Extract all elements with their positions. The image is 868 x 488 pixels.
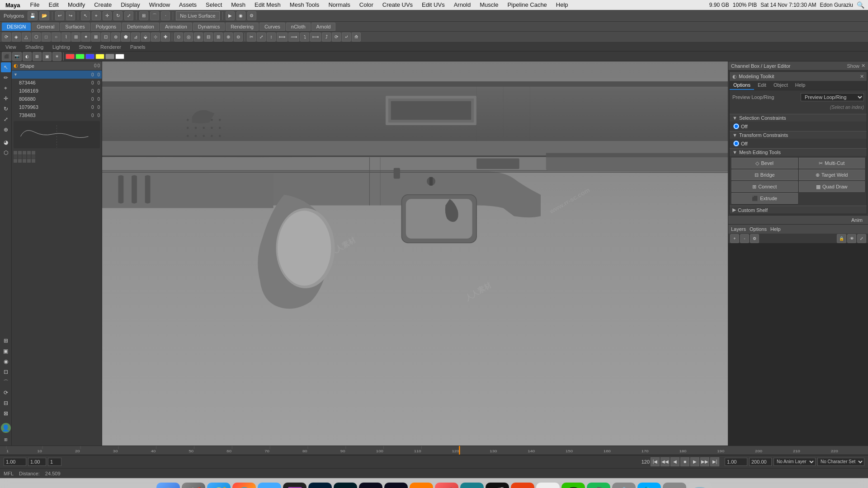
dock-music[interactable]: 🎵 (435, 483, 458, 488)
layer-vis-btn[interactable]: 👁 (847, 234, 856, 243)
toolkit-tab-help[interactable]: Help (792, 81, 809, 90)
selection-off-radio[interactable] (733, 123, 739, 129)
outliner-item-3[interactable]: 806880 0 0 (12, 95, 102, 103)
dock-mail[interactable]: ✉️ (258, 483, 281, 488)
outliner-item-2[interactable]: 1068169 0 0 (12, 87, 102, 95)
lasso-btn[interactable]: ⌖ (92, 11, 101, 20)
tool-8[interactable]: ⊞ (71, 33, 80, 42)
rotate-btn[interactable]: ↻ (113, 11, 123, 20)
view-tab-view[interactable]: View (2, 44, 20, 50)
menu-mesh-tools[interactable]: Mesh Tools (285, 0, 324, 10)
toolkit-tab-options[interactable]: Options (730, 81, 754, 90)
current-start-field[interactable] (28, 458, 46, 466)
extrude-btn[interactable]: ⬛ Extrude (731, 193, 798, 204)
snap-point-btn[interactable]: · (161, 11, 170, 20)
tool-snap[interactable]: ⊞ (1, 336, 11, 346)
dock-pr[interactable]: Pr (384, 483, 408, 488)
tool-4[interactable]: ⬡ (32, 33, 41, 42)
tool-view[interactable]: ◉ (1, 357, 11, 366)
menu-mesh[interactable]: Mesh (226, 0, 250, 10)
vp-color4[interactable] (95, 54, 104, 59)
range-start-field[interactable] (725, 458, 747, 466)
vp-color6[interactable] (115, 54, 124, 59)
play-fwd-btn[interactable]: ▶ (690, 457, 699, 466)
tool-26[interactable]: ⤢ (257, 33, 266, 42)
transform-constraints-section[interactable]: ▼ Transform Constraints (730, 131, 867, 139)
dock-trash[interactable]: 🗑️ (688, 483, 712, 488)
vp-color1[interactable] (66, 54, 75, 59)
menu-muscle[interactable]: Muscle (475, 0, 503, 10)
dock-ai[interactable]: Ai (410, 483, 433, 488)
layer-expand-btn[interactable]: ⤢ (857, 234, 866, 243)
vp-shading-btn[interactable]: ◐ (23, 52, 32, 61)
tool-sculpt[interactable]: ⬡ (1, 148, 11, 158)
layer-lock-btn[interactable]: 🔒 (837, 234, 846, 243)
menu-window[interactable]: Window (145, 0, 175, 10)
redo-btn[interactable]: ↪ (66, 11, 75, 20)
transform-off-radio[interactable] (733, 141, 739, 146)
playback-start-field[interactable] (4, 458, 26, 466)
tool-2[interactable]: ◈ (12, 33, 21, 42)
toolkit-tab-object[interactable]: Object (770, 81, 792, 90)
tool-soft[interactable]: ◕ (1, 137, 11, 147)
no-live-surface-btn[interactable]: No Live Surface (176, 11, 219, 20)
channelbox-close-icon[interactable]: ✕ (861, 63, 865, 69)
dock-zbrush[interactable]: Z (511, 483, 534, 488)
outliner-item-1[interactable]: 873446 0 0 (12, 79, 102, 87)
character-set-select[interactable]: No Character Set (817, 458, 864, 466)
dock-spotify[interactable]: 🎧 (587, 483, 610, 488)
dock-ae[interactable]: Ae (359, 483, 382, 488)
dock-photoshop[interactable]: Ps (308, 483, 332, 488)
options-tab[interactable]: Options (750, 226, 767, 232)
tool-14[interactable]: ⊿ (131, 33, 140, 42)
tab-dynamics[interactable]: Dynamics (193, 23, 225, 31)
dock-chrome[interactable]: 🌐 (232, 483, 256, 488)
connect-btn[interactable]: ⊞ Connect (731, 181, 798, 192)
dock-wechat[interactable]: 💬 (561, 483, 585, 488)
tool-15[interactable]: ⬙ (141, 33, 150, 42)
tool-rotate[interactable]: ↻ (1, 104, 11, 114)
tool-1[interactable]: ⟳ (2, 33, 11, 42)
dock-cinema4d[interactable]: 🎬 (486, 483, 509, 488)
layer-options-btn[interactable]: ⚙ (750, 234, 759, 243)
vp-select-btn[interactable]: ⬛ (2, 52, 11, 61)
menu-arnold[interactable]: Arnold (449, 0, 476, 10)
snap-curve-btn[interactable]: ⌒ (150, 11, 159, 20)
vp-wire-btn[interactable]: ⊞ (33, 52, 42, 61)
outliner-item-5[interactable]: 738483 0 0 (12, 111, 102, 119)
tool-23[interactable]: ⊕ (224, 33, 233, 42)
dock-finder2[interactable]: 📁 (663, 483, 686, 488)
multi-cut-btn[interactable]: ✂ Multi-Cut (799, 158, 865, 169)
tool-5[interactable]: □ (42, 33, 51, 42)
tool-16[interactable]: ⊹ (151, 33, 160, 42)
vp-light-btn[interactable]: ☀ (52, 52, 61, 61)
tab-general[interactable]: General (32, 23, 59, 31)
view-tab-show[interactable]: Show (75, 44, 95, 50)
dock-atom[interactable]: ⚛️ (283, 483, 307, 488)
tool-3[interactable]: △ (22, 33, 31, 42)
tool-20[interactable]: ◉ (194, 33, 203, 42)
tool-27[interactable]: ↕ (267, 33, 276, 42)
tool-paint[interactable]: ✏ (1, 73, 11, 83)
tool-deform[interactable]: ⟳ (1, 388, 11, 398)
render-btn[interactable]: ▶ (226, 11, 235, 20)
scale-btn[interactable]: ⤢ (124, 11, 133, 20)
play-back-btn[interactable]: ◀ (670, 457, 679, 466)
tab-arnold[interactable]: Arnold (311, 23, 336, 31)
menu-normals[interactable]: Normals (324, 0, 354, 10)
tab-curves[interactable]: Curves (259, 23, 285, 31)
channelbox-show-btn[interactable]: Show (847, 63, 859, 69)
dock-appstore[interactable]: 🛍️ (637, 483, 661, 488)
tool-6[interactable]: ○ (52, 33, 61, 42)
menu-create[interactable]: Create (90, 0, 116, 10)
step-back-btn[interactable]: ◀◀ (660, 457, 670, 466)
view-tab-lighting[interactable]: Lighting (49, 44, 74, 50)
preview-select[interactable]: Preview Loop/Ring (801, 93, 864, 101)
tab-rendering[interactable]: Rendering (226, 23, 259, 31)
tool-32[interactable]: ⤴ (322, 33, 331, 42)
settings-btn[interactable]: ⚙ (247, 11, 256, 20)
bridge-btn[interactable]: ⊟ Bridge (731, 169, 798, 180)
tool-21[interactable]: ⊟ (204, 33, 213, 42)
dock-safari[interactable]: 🧭 (207, 483, 231, 488)
tool-34[interactable]: ⤶ (342, 33, 351, 42)
